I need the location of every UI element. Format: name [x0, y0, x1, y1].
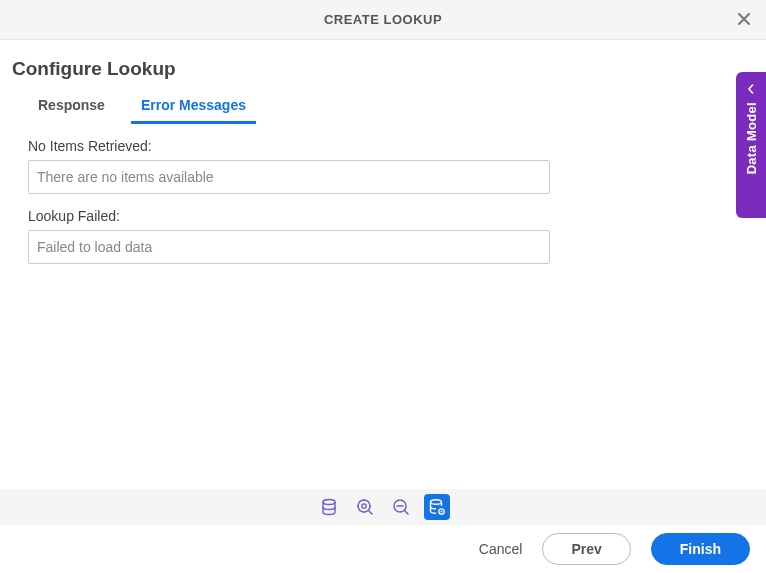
cancel-button[interactable]: Cancel	[479, 541, 523, 557]
wizard-steps	[0, 489, 766, 525]
finish-button[interactable]: Finish	[651, 533, 750, 565]
input-lookup-failed[interactable]	[28, 230, 550, 264]
data-model-panel-handle[interactable]: Data Model	[736, 72, 766, 218]
svg-point-0	[323, 500, 335, 505]
tabs: Response Error Messages	[12, 91, 754, 124]
step-data-source-icon[interactable]	[316, 494, 342, 520]
prev-button[interactable]: Prev	[542, 533, 630, 565]
side-panel-label: Data Model	[744, 102, 759, 174]
dialog-footer: Cancel Prev Finish	[0, 525, 766, 573]
tab-error-messages[interactable]: Error Messages	[131, 91, 256, 124]
label-no-items: No Items Retrieved:	[28, 138, 754, 154]
svg-point-6	[441, 511, 443, 513]
step-lookup-icon[interactable]	[424, 494, 450, 520]
dialog-title: CREATE LOOKUP	[324, 12, 442, 27]
page-title: Configure Lookup	[12, 58, 754, 80]
input-no-items[interactable]	[28, 160, 550, 194]
step-configure-icon[interactable]	[352, 494, 378, 520]
field-no-items: No Items Retrieved:	[12, 138, 754, 194]
dialog-header: CREATE LOOKUP	[0, 0, 766, 40]
field-lookup-failed: Lookup Failed:	[12, 208, 754, 264]
dialog-body: Configure Lookup Response Error Messages…	[0, 40, 766, 264]
tab-response[interactable]: Response	[28, 91, 115, 124]
step-search-icon[interactable]	[388, 494, 414, 520]
svg-point-4	[431, 500, 442, 505]
svg-point-2	[362, 504, 366, 508]
chevron-left-icon	[746, 82, 756, 96]
close-icon[interactable]	[732, 6, 756, 34]
label-lookup-failed: Lookup Failed:	[28, 208, 754, 224]
